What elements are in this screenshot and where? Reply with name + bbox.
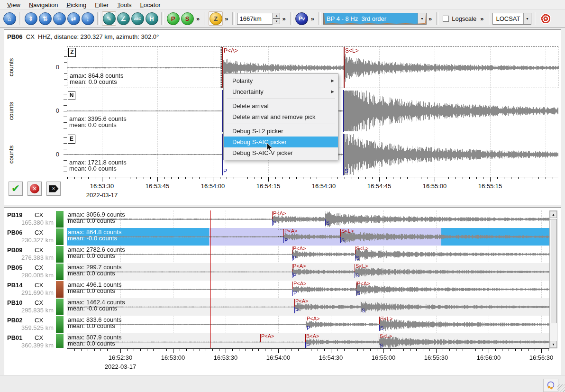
- menu-item-delete-arrival-and-remove-pick[interactable]: Delete arrival and remove pick: [224, 111, 338, 122]
- skip-button[interactable]: ✕: [46, 182, 61, 196]
- toolbar-separator: [534, 12, 536, 25]
- station-waveform[interactable]: amax: 1462.4 countsmean: -0.0 countsP<A>…: [67, 298, 549, 316]
- station-row-pb09[interactable]: PB09CX276.383 kmamax: 2782.6 countsmean:…: [4, 246, 558, 263]
- menu-filter[interactable]: Filter: [91, 0, 113, 9]
- station-waveform[interactable]: amax: 496.1 countsmean: 0.0 countsP<A>PP…: [67, 281, 549, 298]
- locator-select[interactable]: LOCSAT▼: [492, 13, 531, 25]
- s-pick-line[interactable]: [344, 47, 345, 88]
- reset-amplitude-button[interactable]: ↨: [81, 11, 95, 26]
- s-phase-line[interactable]: [343, 90, 344, 132]
- width-button[interactable]: H: [145, 11, 159, 26]
- time-window-value[interactable]: 1667km: [237, 13, 273, 25]
- zoom-horizontal-button[interactable]: ⇔: [52, 11, 66, 26]
- menu-locator[interactable]: Locator: [136, 0, 165, 9]
- reject-button[interactable]: ✕: [27, 182, 42, 196]
- station-waveform[interactable]: amax: 507.9 countsmean: 0.0 countsP<A>B<…: [67, 333, 549, 348]
- waveform-canvas[interactable]: [67, 210, 549, 228]
- phase-tick: [361, 307, 361, 313]
- p-phase-line[interactable]: [222, 90, 223, 132]
- phase-tick: [292, 255, 292, 261]
- station-waveform[interactable]: amax: 2782.6 countsmean: 0.0 countsP<A>P…: [67, 246, 549, 263]
- waveform-canvas[interactable]: [67, 246, 549, 263]
- p-phase-line[interactable]: [222, 134, 223, 175]
- waveform-canvas[interactable]: [67, 281, 549, 298]
- fit-horizontal-button[interactable]: ⇄: [66, 11, 81, 26]
- time-label: 16:53:30: [206, 354, 246, 361]
- checkbox-box[interactable]: [443, 16, 449, 22]
- toolbar-overflow-icon[interactable]: »: [480, 15, 483, 22]
- scroll-thumb[interactable]: [550, 219, 557, 323]
- pick-s-button[interactable]: S: [180, 11, 194, 26]
- toolbar-overflow-icon[interactable]: »: [282, 15, 285, 22]
- station-row-pb06[interactable]: PB06CX230.327 kmamax: 864.8 countsmean: …: [4, 228, 558, 246]
- menu-item-uncertainty[interactable]: Uncertainty▶: [224, 86, 338, 97]
- station-waveform[interactable]: amax: 864.8 countsmean: -0.0 countsP<A>P…: [67, 228, 549, 246]
- station-waveform[interactable]: amax: 833.6 countsmean: 0.0 countsP<A>PS…: [67, 316, 549, 333]
- s-phase-line[interactable]: [343, 134, 344, 175]
- station-waveform[interactable]: amax: 3056.9 countsmean: 0.0 countsP<A>P…: [67, 210, 549, 228]
- waveform-canvas[interactable]: [67, 263, 549, 281]
- pv-phase-button[interactable]: Pv: [295, 11, 309, 26]
- mouse-cursor: [266, 142, 273, 152]
- resize-grip[interactable]: [557, 384, 565, 392]
- pick-tick: [305, 334, 306, 342]
- station-row-pb05[interactable]: PB05CX280.005 kmamax: 299.7 countsmean: …: [4, 263, 558, 281]
- station-row-pb01[interactable]: PB01CX360.399 kmamax: 507.9 countsmean: …: [4, 333, 558, 348]
- minor-tick: [185, 177, 186, 179]
- minor-tick: [88, 177, 89, 179]
- toolbar-overflow-icon[interactable]: »: [225, 15, 228, 22]
- station-row-pb19[interactable]: PB19CX165.380 kmamax: 3056.9 countsmean:…: [4, 210, 558, 228]
- vertical-scrollbar[interactable]: ▲▼: [549, 210, 557, 348]
- relocate-button[interactable]: [538, 11, 553, 26]
- pick-label: S<L>: [380, 333, 392, 339]
- minor-tick: [199, 177, 200, 179]
- connection-button[interactable]: [543, 379, 558, 392]
- phase-tick: [294, 307, 295, 313]
- pick-p-button[interactable]: P: [166, 11, 180, 26]
- toolbar-overflow-icon[interactable]: »: [311, 15, 314, 22]
- zoom-vertical-button[interactable]: ⇕: [24, 11, 38, 26]
- menu-tools[interactable]: Tools: [113, 0, 136, 9]
- station-code: PB05: [7, 264, 23, 271]
- menu-navigation[interactable]: Navigation: [25, 0, 62, 9]
- station-row-pb14[interactable]: PB14CX291.690 kmamax: 496.1 countsmean: …: [4, 281, 558, 298]
- scroll-up-button[interactable]: ▲: [550, 211, 557, 218]
- scroll-down-button[interactable]: ▼: [550, 341, 557, 348]
- menu-item-debug-s-aic-v-picker[interactable]: Debug S-AIC-V picker: [224, 147, 338, 158]
- home-button[interactable]: ⌂: [2, 11, 17, 26]
- submenu-arrow-icon: ▶: [331, 75, 334, 86]
- component-z-button[interactable]: Z: [209, 11, 223, 26]
- labels-button[interactable]: ABC: [130, 11, 145, 26]
- menu-item-debug-s-aic-picker[interactable]: Debug S-AIC picker: [224, 137, 338, 147]
- filter-select-value: BP 4 - 8 Hz 3rd order: [324, 15, 418, 22]
- measure-button[interactable]: ✎: [102, 11, 116, 26]
- quality-bar: [56, 228, 64, 245]
- station-waveform[interactable]: amax: 299.7 countsmean: 0.0 countsP<A>PS…: [67, 263, 549, 281]
- spin-down-icon[interactable]: ▼: [273, 18, 280, 24]
- fit-vertical-button[interactable]: ⇅: [38, 11, 52, 26]
- minor-tick: [219, 349, 219, 351]
- menu-item-debug-s-l2-picker[interactable]: Debug S-L2 picker: [224, 126, 338, 137]
- spin-up-icon[interactable]: ▲: [273, 13, 280, 18]
- menu-item-polarity[interactable]: Polarity▶: [224, 75, 338, 86]
- minor-tick: [317, 177, 317, 179]
- toolbar-overflow-icon[interactable]: »: [428, 15, 432, 22]
- combo-arrow-icon[interactable]: ▼: [418, 13, 426, 24]
- menu-picking[interactable]: Picking: [62, 0, 91, 9]
- fit-vertical-button-icon: ⇅: [39, 12, 52, 25]
- station-row-pb02[interactable]: PB02CX359.525 kmamax: 833.6 countsmean: …: [4, 316, 558, 333]
- filter-select[interactable]: BP 4 - 8 Hz 3rd order▼: [323, 13, 427, 25]
- toolbar-overflow-icon[interactable]: »: [196, 15, 200, 22]
- waveform-canvas[interactable]: [67, 228, 549, 246]
- station-row-pb10[interactable]: PB10CX295.835 kmamax: 1462.4 countsmean:…: [4, 298, 558, 316]
- selection-dash-line: [220, 47, 220, 88]
- accept-button[interactable]: ✔: [9, 182, 23, 196]
- angle-button[interactable]: ∠: [116, 11, 130, 26]
- combo-arrow-icon[interactable]: ▼: [523, 13, 531, 24]
- mean-label: mean: 0.0 counts: [69, 165, 117, 172]
- network-code: CX: [35, 264, 43, 271]
- logscale-checkbox[interactable]: Logscale: [443, 15, 476, 22]
- menu-item-delete-arrival[interactable]: Delete arrival: [224, 100, 338, 111]
- menu-view[interactable]: View: [3, 0, 25, 9]
- time-window-spinbox[interactable]: 1667km▲▼: [237, 13, 280, 25]
